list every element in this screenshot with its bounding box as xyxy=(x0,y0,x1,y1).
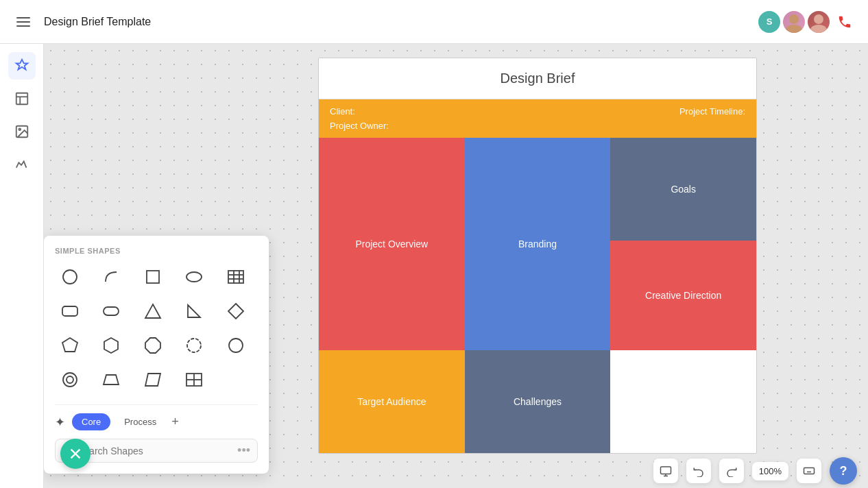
svg-marker-23 xyxy=(188,305,200,317)
shape-pentagon[interactable] xyxy=(55,330,85,361)
svg-marker-33 xyxy=(145,374,160,386)
brief-col-right: Goals Creative Direction xyxy=(610,138,756,350)
svg-marker-25 xyxy=(62,338,77,352)
shape-octagon[interactable] xyxy=(138,330,168,361)
brief-cell-target-audience: Target Audience xyxy=(319,350,465,453)
brief-title: Design Brief xyxy=(319,58,756,99)
svg-point-29 xyxy=(229,339,243,352)
svg-rect-15 xyxy=(228,271,243,283)
shape-rounded-rect2[interactable] xyxy=(96,296,126,326)
shapes-grid xyxy=(55,262,258,395)
timeline-label: Project Timeline: xyxy=(679,106,745,117)
canvas-area[interactable]: SIMPLE SHAPES xyxy=(44,44,868,488)
undo-button[interactable] xyxy=(686,459,711,483)
screen-icon[interactable] xyxy=(653,459,678,483)
shape-rounded-rect[interactable] xyxy=(55,296,85,326)
keyboard-icon[interactable] xyxy=(797,459,821,483)
svg-point-6 xyxy=(810,25,827,33)
search-shapes-input[interactable] xyxy=(77,446,233,456)
avatar-b xyxy=(783,11,805,33)
shape-triangle[interactable] xyxy=(138,296,168,326)
sidebar-shapes-icon[interactable] xyxy=(8,52,36,80)
svg-marker-32 xyxy=(104,375,119,385)
topbar: Design Brief Template S xyxy=(0,0,868,44)
left-sidebar xyxy=(0,44,44,488)
shape-ellipse[interactable] xyxy=(179,262,209,292)
brief-cell-project-overview: Project Overview xyxy=(319,138,465,350)
help-button[interactable]: ? xyxy=(830,457,857,485)
svg-point-30 xyxy=(63,373,77,387)
svg-point-11 xyxy=(19,128,21,130)
tab-core[interactable]: Core xyxy=(72,413,110,430)
shapes-panel: SIMPLE SHAPES xyxy=(44,236,269,474)
svg-rect-7 xyxy=(16,93,27,105)
brief-cell-challenges: Challenges xyxy=(465,350,611,453)
shape-hexagon[interactable] xyxy=(96,330,126,361)
design-brief-canvas: Design Brief Client: Project Timeline: P… xyxy=(318,58,757,454)
brief-cell-branding: Branding xyxy=(465,138,611,350)
sidebar-frame-icon[interactable] xyxy=(8,85,36,112)
main-area: SIMPLE SHAPES xyxy=(0,44,868,488)
shape-donut[interactable] xyxy=(55,365,85,395)
svg-marker-26 xyxy=(104,338,118,353)
shape-arc[interactable] xyxy=(96,262,126,292)
svg-point-4 xyxy=(786,25,802,33)
document-title: Design Brief Template xyxy=(44,16,750,28)
svg-rect-20 xyxy=(62,306,77,316)
svg-rect-21 xyxy=(104,307,119,315)
avatar-r xyxy=(808,11,830,33)
svg-point-14 xyxy=(186,272,202,282)
svg-marker-22 xyxy=(145,304,160,318)
shape-12gon[interactable] xyxy=(179,330,209,361)
search-more-icon[interactable]: ••• xyxy=(237,443,250,458)
fab-button[interactable] xyxy=(60,439,91,469)
brief-header: Client: Project Timeline: Project Owner: xyxy=(319,99,756,138)
svg-point-28 xyxy=(187,339,201,352)
shape-diamond[interactable] xyxy=(221,296,251,326)
add-tab-button[interactable]: + xyxy=(171,415,179,429)
svg-rect-1 xyxy=(16,21,30,23)
svg-point-12 xyxy=(63,270,77,284)
collaborators-list: S xyxy=(758,10,857,34)
brief-cell-goals: Goals xyxy=(610,138,756,241)
sidebar-draw-icon[interactable] xyxy=(8,151,36,178)
wand-icon: ✦ xyxy=(55,415,65,430)
redo-button[interactable] xyxy=(719,459,744,483)
svg-rect-2 xyxy=(16,25,30,27)
svg-rect-13 xyxy=(147,271,159,283)
brief-cell-creative-direction: Creative Direction xyxy=(610,241,756,350)
shape-grid[interactable] xyxy=(179,365,209,395)
sidebar-image-icon[interactable] xyxy=(8,118,36,145)
svg-point-3 xyxy=(789,14,799,24)
svg-marker-24 xyxy=(228,304,243,319)
brief-grid: Project Overview Branding Goals Creative… xyxy=(319,138,756,453)
zoom-level[interactable]: 100% xyxy=(752,462,788,480)
menu-button[interactable] xyxy=(11,10,36,34)
shape-trapezoid[interactable] xyxy=(96,365,126,395)
svg-rect-39 xyxy=(660,467,671,474)
shape-circle[interactable] xyxy=(55,262,85,292)
shape-square[interactable] xyxy=(138,262,168,292)
svg-point-31 xyxy=(67,376,73,383)
shapes-section-label: SIMPLE SHAPES xyxy=(55,247,258,255)
call-button[interactable] xyxy=(832,10,857,34)
tab-process[interactable]: Process xyxy=(114,413,166,430)
shape-circle2[interactable] xyxy=(221,330,251,361)
svg-marker-27 xyxy=(145,338,160,353)
svg-rect-42 xyxy=(804,468,815,474)
shape-tabs-row: ✦ Core Process + xyxy=(55,404,258,430)
shape-right-triangle[interactable] xyxy=(179,296,209,326)
avatar-s: S xyxy=(758,11,780,33)
shape-table[interactable] xyxy=(221,262,251,292)
shape-parallelogram[interactable] xyxy=(138,365,168,395)
svg-rect-0 xyxy=(16,17,30,19)
client-label: Client: xyxy=(330,106,679,117)
svg-point-5 xyxy=(814,14,823,24)
owner-label: Project Owner: xyxy=(330,121,745,131)
